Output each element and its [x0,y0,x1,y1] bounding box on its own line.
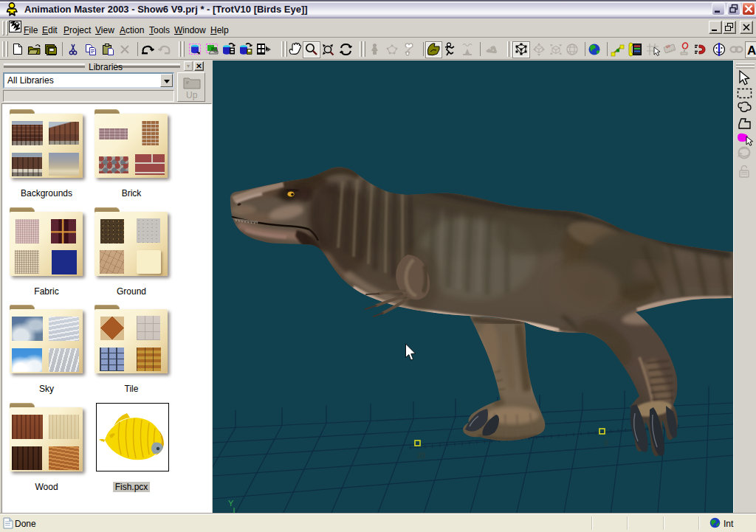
svg-text:Y: Y [228,499,234,508]
svg-text:A: A [747,44,756,58]
svg-text:20: 20 [417,452,426,460]
svg-text:0: 0 [604,439,608,447]
